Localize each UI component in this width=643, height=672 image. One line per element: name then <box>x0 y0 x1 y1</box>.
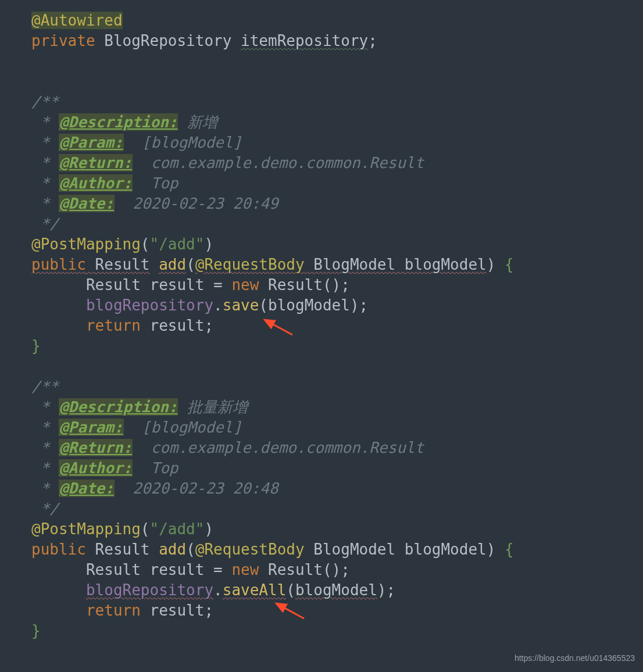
field-blogrepository: blogRepository <box>86 296 213 314</box>
code-line: public Result add(@RequestBody BlogModel… <box>0 539 643 560</box>
close-brace: } <box>31 337 41 355</box>
code-line: @Autowired <box>0 10 643 31</box>
code-line: Result result = new Result(); <box>0 560 643 580</box>
javadoc-close: */ <box>0 499 643 519</box>
blank-line <box>0 356 643 377</box>
javadoc-line: * @Author: Top <box>0 173 643 194</box>
field-blogrepository: blogRepository <box>86 581 213 599</box>
javadoc-line: * @Date: 2020-02-23 20:49 <box>0 194 643 214</box>
javadoc-open: /** <box>0 92 643 112</box>
code-editor: @Autowired private BlogRepository itemRe… <box>0 0 643 672</box>
tag-date: @Date: <box>59 195 115 212</box>
doc-description-text: 新增 <box>178 113 217 131</box>
method-add: add <box>159 541 186 558</box>
arg-blogmodel: blogModel <box>268 296 350 314</box>
tag-description: @Description: <box>59 398 178 416</box>
arg-blogmodel: blogModel <box>295 581 377 599</box>
type-result: Result <box>95 256 150 273</box>
javadoc-line: * @Description: 新增 <box>0 112 643 133</box>
code-line: blogRepository.save(blogModel); <box>0 295 643 316</box>
tag-description: @Description: <box>59 113 178 131</box>
keyword-new: new <box>231 561 259 578</box>
var-itemrepository: itemRepository <box>241 32 368 49</box>
code-line: Result result = new Result(); <box>0 275 643 295</box>
keyword-public: public <box>31 541 86 558</box>
method-saveall: saveAll <box>223 581 287 599</box>
semicolon: ; <box>368 32 377 49</box>
javadoc-line: * @Author: Top <box>0 458 643 478</box>
tag-author: @Author: <box>59 459 133 477</box>
doc-date-text: 2020-02-23 20:49 <box>115 195 278 212</box>
code-line: return result; <box>0 600 643 621</box>
code-line: } <box>0 621 643 641</box>
tag-author: @Author: <box>59 174 133 192</box>
var-result: result <box>150 561 205 578</box>
method-save: save <box>223 296 259 314</box>
keyword-private: private <box>31 32 95 49</box>
return-value: result <box>150 602 205 619</box>
annotation-requestbody: @RequestBody <box>195 541 305 558</box>
tag-return: @Return: <box>59 154 133 171</box>
doc-param-text: [blogModel] <box>124 134 242 151</box>
code-line: @PostMapping("/add") <box>0 234 643 255</box>
param-blogmodel: blogModel <box>405 541 487 558</box>
tag-date: @Date: <box>59 480 115 497</box>
javadoc-open: /** <box>0 377 643 397</box>
code-line: } <box>0 336 643 356</box>
ctor-result: Result() <box>268 561 341 578</box>
javadoc-line: * @Param: [blogModel] <box>0 133 643 153</box>
javadoc-line: * @Param: [blogModel] <box>0 417 643 438</box>
type-result: Result <box>95 541 150 558</box>
javadoc-line: * @Return: com.example.demo.common.Resul… <box>0 153 643 173</box>
javadoc-close: */ <box>0 214 643 234</box>
javadoc-line: * @Date: 2020-02-23 20:48 <box>0 478 643 499</box>
string-add-path: "/add" <box>150 520 205 538</box>
blank-line <box>0 51 643 72</box>
javadoc-line: * @Return: com.example.demo.common.Resul… <box>0 438 643 458</box>
code-line: @PostMapping("/add") <box>0 519 643 539</box>
keyword-new: new <box>231 276 259 294</box>
watermark-text: https://blog.csdn.net/u014365523 <box>515 648 635 669</box>
close-brace: } <box>31 622 41 639</box>
keyword-return: return <box>86 602 141 619</box>
code-line: return result; <box>0 316 643 336</box>
doc-param-text: [blogModel] <box>124 419 242 436</box>
keyword-public: public <box>31 256 86 273</box>
string-add-path: "/add" <box>150 235 205 253</box>
blank-line <box>0 72 643 92</box>
annotation-postmapping: @PostMapping <box>31 520 141 538</box>
ctor-result: Result() <box>268 276 341 294</box>
method-add: add <box>159 256 186 273</box>
type-blogrepo: BlogRepository <box>104 32 231 49</box>
keyword-return: return <box>86 317 141 334</box>
type-blogmodel: BlogModel <box>313 541 395 558</box>
doc-return-text: com.example.demo.common.Result <box>133 439 424 456</box>
var-result: result <box>150 276 205 294</box>
code-line: private BlogRepository itemRepository; <box>0 31 643 51</box>
annotation-autowired: @Autowired <box>31 12 123 29</box>
tag-return: @Return: <box>59 439 133 456</box>
annotation-postmapping: @PostMapping <box>31 235 141 253</box>
doc-date-text: 2020-02-23 20:48 <box>115 480 278 497</box>
doc-return-text: com.example.demo.common.Result <box>133 154 424 171</box>
annotation-requestbody: @RequestBody <box>195 256 305 273</box>
doc-author-text: Top <box>133 459 178 477</box>
tag-param: @Param: <box>59 419 124 436</box>
doc-description-text: 批量新增 <box>178 398 248 416</box>
tag-param: @Param: <box>59 134 124 151</box>
param-blogmodel: blogModel <box>405 256 487 273</box>
code-line: blogRepository.saveAll(blogModel); <box>0 580 643 600</box>
return-value: result <box>150 317 205 334</box>
type-blogmodel: BlogModel <box>313 256 395 273</box>
doc-author-text: Top <box>133 174 178 192</box>
code-line: public Result add(@RequestBody BlogModel… <box>0 255 643 275</box>
javadoc-line: * @Description: 批量新增 <box>0 397 643 417</box>
